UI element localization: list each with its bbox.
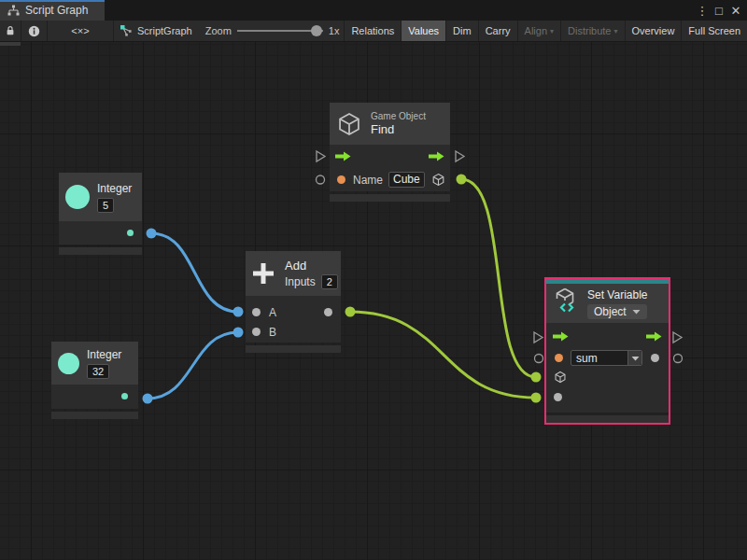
lock-icon	[5, 25, 16, 36]
flow-output-port[interactable]	[456, 151, 464, 161]
node-title: Integer	[87, 348, 121, 361]
zoom-control: Zoom 1x	[198, 21, 344, 41]
tab-active-indicator	[0, 0, 105, 2]
node-category: Game Object	[371, 111, 426, 121]
window-controls: ⋮ □ ✕	[695, 0, 743, 21]
integer-type-icon	[58, 353, 79, 374]
wire-endpoint	[143, 394, 153, 404]
integer-output-port[interactable]	[121, 393, 128, 399]
script-graph-icon	[120, 24, 133, 37]
distribute-button[interactable]: Distribute▾	[560, 21, 624, 41]
node-header: Add Inputs 2	[246, 251, 341, 296]
wire-add-to-setvar-value[interactable]	[350, 312, 536, 398]
wire-endpoint	[531, 393, 542, 403]
string-input-port[interactable]	[337, 175, 345, 184]
plus-icon	[251, 261, 275, 286]
inputs-label: Inputs	[285, 275, 316, 288]
tab-script-graph[interactable]: Script Graph	[0, 0, 105, 21]
gameobject-cube-icon	[336, 111, 362, 137]
align-button[interactable]: Align▾	[517, 21, 560, 41]
code-view-button[interactable]: <×>	[48, 21, 113, 41]
value-input-port[interactable]	[535, 355, 543, 363]
dim-button[interactable]: Dim	[445, 21, 478, 41]
overview-button[interactable]: Overview	[625, 21, 682, 41]
dropdown-arrow-icon	[631, 356, 640, 361]
node-body: Name Cube	[330, 145, 450, 191]
dropdown-arrow-icon	[632, 309, 641, 315]
node-body: sum	[546, 323, 669, 413]
node-body	[59, 221, 142, 245]
titlebar: Script Graph ⋮ □ ✕	[0, 0, 747, 21]
value-input-port[interactable]	[554, 393, 562, 401]
lock-button[interactable]	[0, 21, 21, 41]
graph-selector[interactable]: ScriptGraph	[114, 21, 198, 41]
output-port-sum[interactable]	[324, 308, 332, 316]
variable-name-port[interactable]	[555, 354, 563, 362]
integer-value-field[interactable]: 5	[97, 198, 114, 213]
node-footer	[546, 415, 669, 423]
wire-endpoint	[147, 229, 157, 239]
flow-out-arrow-icon[interactable]	[646, 331, 662, 342]
code-chevrons-icon	[559, 302, 574, 313]
gameobject-output-icon[interactable]	[431, 173, 445, 187]
info-button[interactable]	[21, 21, 47, 41]
node-footer	[51, 412, 138, 419]
script-graph-window: Script Graph ⋮ □ ✕ <×>	[0, 0, 747, 560]
value-output-port[interactable]	[651, 354, 659, 362]
flow-in-arrow-icon[interactable]	[553, 331, 569, 342]
maximize-icon[interactable]: □	[712, 4, 726, 18]
node-title: Add	[285, 259, 338, 273]
fullscreen-button[interactable]: Full Screen	[681, 21, 747, 41]
node-footer	[246, 345, 341, 353]
name-input-field[interactable]: Cube	[388, 172, 425, 188]
wire-endpoint	[233, 307, 244, 317]
node-add[interactable]: Add Inputs 2 A B	[246, 251, 341, 353]
dropdown-arrow-button[interactable]	[627, 351, 641, 365]
menu-icon[interactable]: ⋮	[695, 4, 710, 18]
node-integer-5[interactable]: Integer 5	[59, 173, 142, 255]
node-body: A B	[246, 296, 341, 343]
port-label: Name	[353, 174, 383, 187]
node-header: Integer 32	[51, 342, 138, 385]
close-icon[interactable]: ✕	[728, 4, 743, 18]
gameobject-target-port-icon[interactable]	[554, 371, 567, 384]
node-header: Game Object Find	[330, 103, 450, 145]
node-title: Find	[371, 122, 426, 136]
variable-name-dropdown[interactable]: sum	[571, 350, 642, 366]
inputs-count-field[interactable]: 2	[321, 274, 338, 289]
value-input-port[interactable]	[317, 175, 325, 184]
flow-output-port[interactable]	[673, 332, 682, 343]
zoom-slider[interactable]	[237, 25, 323, 36]
graph-name-label: ScriptGraph	[137, 25, 192, 36]
dropdown-arrow-icon: ▾	[550, 27, 554, 35]
integer-value-field[interactable]: 32	[87, 364, 109, 379]
values-button[interactable]: Values	[401, 21, 445, 41]
integer-output-port[interactable]	[127, 230, 134, 236]
toolbar: <×> ScriptGraph Zoom 1x Relations Values…	[0, 21, 747, 42]
input-port-a[interactable]	[252, 308, 261, 316]
flow-in-arrow-icon[interactable]	[335, 151, 351, 161]
wire-integer5-to-addA[interactable]	[151, 233, 238, 312]
flow-input-port[interactable]	[534, 332, 543, 343]
graph-hierarchy-icon	[7, 5, 20, 17]
variable-scope-dropdown[interactable]: Object	[587, 304, 647, 319]
value-output-port[interactable]	[674, 355, 683, 363]
integer-type-icon	[65, 185, 90, 209]
graph-canvas[interactable]: Integer 5 Integer 32	[0, 42, 747, 560]
node-gameobject-find[interactable]: Game Object Find Name Cube	[330, 103, 450, 202]
flow-out-arrow-icon[interactable]	[429, 151, 444, 161]
carry-button[interactable]: Carry	[478, 21, 517, 41]
toolbar-buttons: Relations Values Dim Carry Align▾ Distri…	[344, 21, 747, 41]
node-integer-32[interactable]: Integer 32	[51, 342, 138, 419]
node-title: Integer	[97, 182, 132, 195]
flow-input-port[interactable]	[317, 151, 325, 161]
wire-integer32-to-addB[interactable]	[148, 332, 238, 399]
node-header: Integer 5	[59, 173, 142, 221]
wire-endpoint	[531, 372, 542, 383]
tab-label: Script Graph	[25, 4, 88, 17]
wire-find-to-setvar-target[interactable]	[461, 179, 536, 377]
relations-button[interactable]: Relations	[344, 21, 401, 41]
node-set-variable[interactable]: Set Variable Object	[544, 277, 670, 425]
zoom-slider-handle[interactable]	[311, 25, 322, 36]
input-port-b[interactable]	[252, 328, 261, 336]
